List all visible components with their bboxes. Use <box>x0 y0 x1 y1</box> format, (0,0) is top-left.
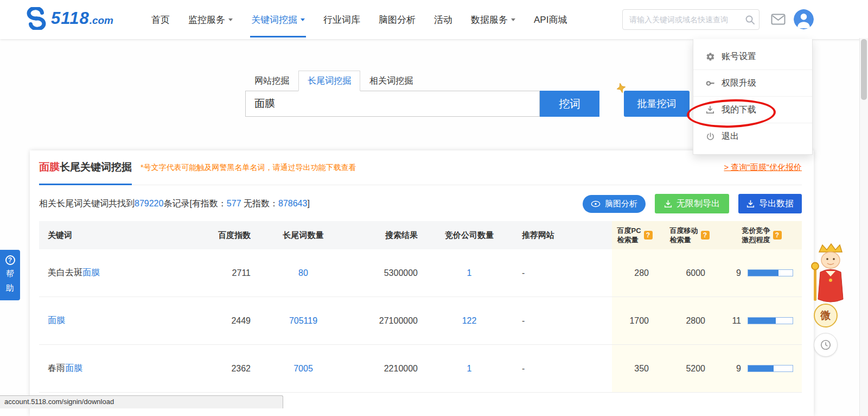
power-icon <box>705 132 715 141</box>
keyword-link[interactable]: 面膜 <box>48 315 65 326</box>
keyword-prefix: 美白去斑 <box>48 268 82 277</box>
competition-bar <box>748 317 793 324</box>
mobile-volume-value: 2800 <box>658 297 722 344</box>
nav-item-home[interactable]: 首页 <box>142 0 179 39</box>
menu-item-my-downloads[interactable]: 我的下载 <box>693 97 812 123</box>
blacklist-warning: *号文字代表可能触及网警黑名单名词，请通过导出功能下载查看 <box>141 163 356 173</box>
help-badge-icon[interactable]: ? <box>773 231 782 239</box>
nav-item-activities[interactable]: 活动 <box>425 0 462 39</box>
gear-icon <box>705 52 715 61</box>
table-header-row: 关键词 百度指数 长尾词数量 搜索结果 竞价公司数量 推荐网站 百度PC 检索量… <box>39 221 802 249</box>
mascot-image[interactable] <box>809 242 844 305</box>
keyword-input[interactable] <box>245 91 540 117</box>
nav-item-monitoring-services[interactable]: 监控服务 <box>179 0 242 39</box>
menu-item-account-settings[interactable]: 账号设置 <box>693 43 812 70</box>
batch-mine-button[interactable]: 批量挖词 <box>624 91 690 117</box>
logo[interactable]: 5118 .com <box>25 7 113 30</box>
competition-value: 9 <box>723 268 741 278</box>
nav-item-api-mall[interactable]: API商城 <box>525 0 576 39</box>
longtail-count-link[interactable]: 705119 <box>289 316 317 326</box>
search-results-value: 5300000 <box>347 249 429 297</box>
panel-header: 面膜 长尾关键词挖掘 *号文字代表可能触及网警黑名单名词，请通过导出功能下载查看… <box>39 150 802 185</box>
logo-icon <box>25 7 48 30</box>
keyword-highlight: 面膜 <box>82 268 100 277</box>
download-icon <box>664 200 672 208</box>
scrollbar[interactable] <box>859 38 868 416</box>
column-header-pc-volume: 百度PC 检索量 ? <box>612 221 658 249</box>
baidu-index-value: 2711 <box>209 249 259 297</box>
competition-cell: 11 <box>722 297 802 344</box>
competition-cell: 9 <box>722 345 802 392</box>
user-avatar[interactable] <box>794 9 814 29</box>
summary-text: 条记录[有指数： <box>163 199 226 208</box>
bidding-companies-link[interactable]: 1 <box>467 268 472 278</box>
pc-volume-value: 350 <box>612 345 658 392</box>
quote-price-link[interactable]: > 查询"面膜"优化报价 <box>724 162 802 173</box>
help-label-char: 助 <box>6 283 14 293</box>
summary-text: ] <box>307 199 309 208</box>
page: 5118 .com 首页 监控服务 关键词挖掘 行业词库 脑图分析 活动 <box>0 0 868 416</box>
mine-words-button[interactable]: 挖词 <box>540 91 599 117</box>
nav-item-mindmap-analysis[interactable]: 脑图分析 <box>369 0 425 39</box>
quick-search <box>622 9 760 30</box>
clock-icon <box>820 339 832 351</box>
nav-item-data-services[interactable]: 数据服务 <box>462 0 525 39</box>
menu-item-logout[interactable]: 退出 <box>693 123 812 150</box>
mindmap-analysis-button[interactable]: 脑图分析 <box>583 195 646 213</box>
total-records-count: 879220 <box>135 199 163 208</box>
main-nav: 首页 监控服务 关键词挖掘 行业词库 脑图分析 活动 数据服务 <box>142 0 576 39</box>
baidu-index-value: 2449 <box>209 297 259 344</box>
tab-label: 长尾词挖掘 <box>308 75 351 87</box>
tab-related-mining[interactable]: 相关词挖掘 <box>360 71 422 91</box>
nav-item-label: 行业词库 <box>323 14 360 26</box>
nav-item-industry-thesaurus[interactable]: 行业词库 <box>314 0 369 39</box>
button-label: 无限制导出 <box>676 198 720 210</box>
recommended-site-value: - <box>510 249 612 297</box>
tab-website-mining[interactable]: 网站挖掘 <box>245 71 298 91</box>
export-data-button[interactable]: 导出数据 <box>738 194 802 213</box>
help-widget[interactable]: ? 帮 助 <box>0 250 20 300</box>
keyword-link[interactable]: 春雨面膜 <box>48 363 82 374</box>
title-keyword: 面膜 <box>39 160 60 174</box>
nav-item-label: API商城 <box>534 14 567 26</box>
recommended-site-value: - <box>510 297 612 344</box>
mobile-volume-value: 5200 <box>658 345 722 392</box>
tab-longtail-mining[interactable]: 长尾词挖掘 <box>298 71 360 91</box>
history-clock-button[interactable] <box>814 333 838 357</box>
download-icon <box>705 105 715 114</box>
search-icon[interactable] <box>741 15 759 25</box>
help-label-char: 帮 <box>6 269 14 279</box>
scrollbar-thumb[interactable] <box>861 39 867 100</box>
user-dropdown-menu: 账号设置 权限升级 我的下载 <box>693 39 813 155</box>
competition-bar <box>748 365 793 372</box>
quick-search-input[interactable] <box>623 15 741 24</box>
keyword-link[interactable]: 美白去斑面膜 <box>48 267 100 279</box>
panel-title: 面膜 长尾关键词挖掘 <box>39 151 132 185</box>
mail-icon[interactable] <box>771 14 786 25</box>
search-results-value: 27100000 <box>347 297 429 344</box>
menu-item-permission-upgrade[interactable]: 权限升级 <box>693 70 812 97</box>
longtail-count-link[interactable]: 7005 <box>293 364 313 374</box>
longtail-count-link[interactable]: 80 <box>298 268 308 278</box>
bidding-companies-link[interactable]: 122 <box>462 316 477 326</box>
unlimited-export-button[interactable]: 无限制导出 <box>655 194 729 213</box>
nav-item-label: 脑图分析 <box>379 14 416 26</box>
title-text: 长尾关键词挖掘 <box>60 160 132 174</box>
question-icon: ? <box>5 255 15 265</box>
download-icon <box>746 200 755 208</box>
wechat-badge[interactable]: 微 <box>814 304 838 327</box>
mobile-volume-value: 6000 <box>658 249 722 297</box>
chevron-down-icon <box>301 18 305 21</box>
column-header-search-results: 搜索结果 <box>347 221 429 249</box>
indexed-count: 577 <box>227 199 241 208</box>
help-badge-icon[interactable]: ? <box>644 231 653 239</box>
baidu-index-value: 2362 <box>209 345 259 392</box>
header-line: 检索量 <box>617 235 638 244</box>
bidding-companies-link[interactable]: 1 <box>467 364 472 374</box>
tab-label: 网站挖掘 <box>254 75 289 87</box>
button-label: 脑图分析 <box>605 199 637 209</box>
nav-item-keyword-mining[interactable]: 关键词挖掘 <box>242 0 314 39</box>
keyword-highlight: 面膜 <box>48 316 65 325</box>
help-badge-icon[interactable]: ? <box>701 231 710 239</box>
header-line: 检索量 <box>670 235 691 244</box>
